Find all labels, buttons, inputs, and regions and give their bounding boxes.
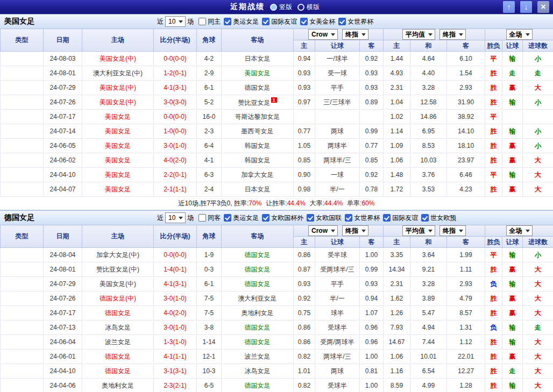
checkbox-icon[interactable] [198,18,206,25]
checkbox-icon[interactable] [345,214,352,222]
filter-option[interactable]: 女欧国联 [307,213,342,223]
checkbox-label[interactable]: 同主 [208,17,221,26]
summary-segment: 近10场,胜7平3负0, 胜率: [179,199,249,208]
euro-stage-value: 终指 [443,226,456,235]
result-wdl-cell: 胜 [485,379,502,392]
filter-option[interactable]: 奥运女足 [224,17,259,26]
match-type-cell: 国际友谊 [1,139,44,153]
handicap-stage-select[interactable]: 终指 [342,225,368,236]
checkbox-icon[interactable] [224,214,231,222]
handicap-line-cell: 平手 [315,277,360,291]
score-cell: 2-3(2-1) [154,379,197,392]
corners-cell: 6-3 [197,168,222,182]
radio-horizontal-label[interactable]: 横版 [307,3,320,12]
filter-option[interactable]: 女美金杯 [300,17,335,26]
checkbox-label[interactable]: 同客 [208,213,221,223]
checkbox-icon[interactable] [338,18,346,25]
handicap-select-group: Crow 终指 [294,29,384,40]
scroll-up-button[interactable]: ↑ [503,1,515,13]
table-row: 奥运女足24-07-29美国女足(中)4-1(3-1)6-1德国女足0.93平手… [1,277,553,291]
euro-home-odds-cell: 14.34 [384,262,410,277]
table-row: 奥运女足24-07-26德国女足(中)3-0(1-0)7-5澳大利亚女足0.92… [1,291,553,306]
checkbox-label[interactable]: 奥运女足 [233,17,259,26]
checkbox-icon[interactable] [383,214,391,222]
bookmaker-select[interactable]: Crow [308,29,338,40]
scope-select[interactable]: 全场 [506,29,533,40]
match-date-cell: 24-07-26 [44,291,82,306]
checkbox-icon[interactable] [262,214,270,222]
checkbox-icon[interactable] [224,18,231,25]
match-type-cell: 国际友谊 [1,153,44,168]
euro-source-select[interactable]: 平均值 [402,29,435,40]
filter-option[interactable]: 国际友谊 [262,17,297,26]
match-count-select[interactable]: 10 [165,16,186,27]
match-date-cell: 24-07-17 [44,110,82,124]
filter-option[interactable]: 同客 [198,213,221,223]
filter-option[interactable]: 同主 [198,17,221,26]
match-type-cell: 女欧国杯外 [1,379,44,392]
corners-cell: 6-5 [197,379,222,392]
col-header-score: 比分(半场) [154,29,197,52]
table-row: 女欧国杯外24-07-13冰岛女足3-0(1-0)3-8德国女足0.86受球半0… [1,320,553,335]
euro-stage-select[interactable]: 终指 [439,29,466,40]
checkbox-label[interactable]: 女欧国联 [316,213,342,223]
score-cell: 4-1(3-1) [154,277,197,291]
checkbox-label[interactable]: 国际友谊 [271,17,297,26]
home-team-name: 美国女足 [105,171,131,179]
away-team-name: 美国女足 [245,69,271,77]
match-date-cell: 24-08-04 [44,248,82,262]
radio-vertical-label[interactable]: 竖版 [279,3,292,12]
euro-home-odds-cell: 1.16 [384,364,410,379]
match-type-cell: 女欧国杯外 [1,306,44,320]
results-table: 类型 日期 主场 比分(半场) 角球 客场 Crow 终指 [0,225,553,392]
handicap-line-cell: 球半 [315,306,360,320]
checkbox-label[interactable]: 国际友谊 [392,213,418,223]
checkbox-icon[interactable] [300,18,308,25]
chevron-down-icon [179,217,183,219]
radio-vertical-icon[interactable] [270,4,277,11]
checkbox-icon[interactable] [198,214,206,222]
filter-option[interactable]: 奥运女足 [224,213,259,223]
checkbox-label[interactable]: 世女欧预 [430,213,456,223]
handicap-stage-select[interactable]: 终指 [342,29,368,40]
close-button[interactable]: × [537,1,549,13]
filter-option[interactable]: 国际友谊 [383,213,418,223]
summary-segment: 60% [361,199,374,207]
checkbox-label[interactable]: 女世界杯 [354,213,380,223]
score-cell: 3-0(3-0) [154,95,197,110]
checkbox-icon[interactable] [262,18,270,25]
result-wdl-cell: 负 [485,320,502,335]
result-goals-cell: 小 [523,248,553,262]
bookmaker-select[interactable]: Crow [308,225,338,236]
scope-select[interactable]: 全场 [506,225,533,236]
filter-option[interactable]: 女世界杯 [345,213,380,223]
result-wdl-cell: 平 [485,52,502,66]
radio-horizontal-icon[interactable] [297,4,304,11]
checkbox-icon[interactable] [421,214,429,222]
score-cell: 0-0(0-0) [154,52,197,66]
checkbox-label[interactable]: 女欧国杯外 [271,213,303,223]
euro-source-select[interactable]: 平均值 [402,225,435,236]
checkbox-label[interactable]: 女世界杯 [348,17,373,26]
handicap-line-cell: 两球半 [315,139,360,153]
handicap-away-odds-cell: 0.96 [360,335,384,350]
checkbox-label[interactable]: 奥运女足 [233,213,259,223]
away-team-name: 墨西哥女足 [242,127,274,135]
checkbox-label[interactable]: 女美金杯 [309,17,335,26]
euro-stage-select[interactable]: 终指 [439,225,466,236]
filter-option[interactable]: 女欧国杯外 [262,213,303,223]
handicap-line-cell: 一球 [315,168,360,182]
result-wdl-cell: 胜 [485,291,502,306]
match-date-cell: 24-06-01 [44,350,82,364]
match-count-select[interactable]: 10 [165,212,186,223]
scroll-down-button[interactable]: ↓ [520,1,532,13]
filter-option[interactable]: 女世界杯 [338,17,373,26]
table-row: 女欧国杯外24-06-01德国女足4-1(1-1)12-1波兰女足0.82两球半… [1,350,553,364]
checkbox-icon[interactable] [307,214,314,222]
filter-bar: 近 10 场 同客奥运女足女欧国杯外女欧国联女世界杯国际友谊世女欧预 [157,212,456,223]
col-header-away: 客场 [222,29,294,52]
corners-cell: 6-4 [197,139,222,153]
filter-option[interactable]: 世女欧预 [421,213,456,223]
handicap-line-cell: 受球半 [315,320,360,335]
summary-segment: 44.4% [324,199,343,207]
